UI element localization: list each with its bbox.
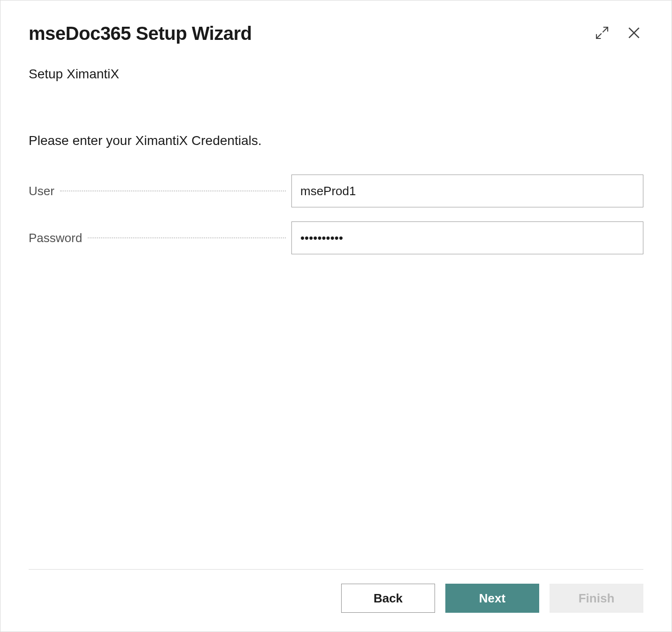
password-label: Password: [29, 231, 86, 245]
close-icon: [626, 25, 641, 42]
dialog-footer: Back Next Finish: [29, 569, 643, 613]
user-label-wrap: User: [29, 184, 291, 198]
user-row: User: [29, 175, 643, 207]
expand-icon: [595, 25, 610, 42]
dialog-title: mseDoc365 Setup Wizard: [29, 23, 252, 44]
back-button[interactable]: Back: [341, 584, 435, 613]
instruction-text: Please enter your XimantiX Credentials.: [29, 133, 643, 148]
password-row: Password: [29, 221, 643, 254]
wizard-dialog: mseDoc365 Setup Wizard: [0, 0, 672, 632]
password-input[interactable]: [291, 221, 643, 254]
user-input[interactable]: [291, 175, 643, 207]
next-button[interactable]: Next: [445, 584, 539, 613]
dialog-subtitle: Setup XimantiX: [29, 67, 643, 82]
user-label: User: [29, 184, 58, 198]
finish-button: Finish: [550, 584, 643, 613]
buttons-row: Back Next Finish: [29, 584, 643, 613]
expand-button[interactable]: [593, 23, 611, 44]
dotted-leader: [60, 190, 286, 191]
close-button[interactable]: [625, 23, 643, 44]
dotted-leader: [88, 237, 286, 238]
footer-divider: [29, 569, 643, 570]
dialog-header: mseDoc365 Setup Wizard: [29, 23, 643, 44]
password-label-wrap: Password: [29, 231, 291, 245]
header-actions: [593, 23, 643, 44]
